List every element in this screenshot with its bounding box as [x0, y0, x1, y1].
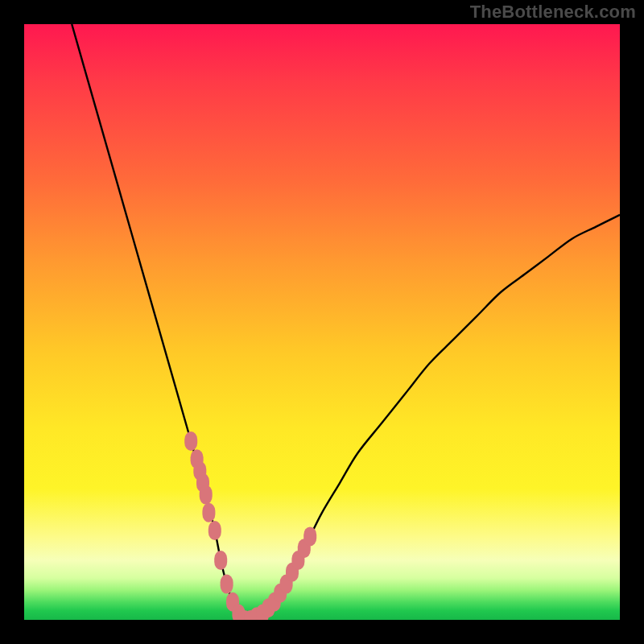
- marker-point: [214, 551, 227, 570]
- bottleneck-curve: [72, 24, 620, 620]
- marker-point: [303, 526, 316, 546]
- chart-frame: TheBottleneck.com: [0, 0, 644, 644]
- marker-point: [208, 521, 221, 540]
- marker-point: [184, 431, 197, 451]
- plot-area: [24, 24, 620, 620]
- marker-point: [221, 575, 233, 594]
- marker-point: [200, 485, 213, 505]
- bottleneck-chart: [24, 24, 620, 620]
- marker-group: [184, 431, 316, 620]
- watermark-text: TheBottleneck.com: [470, 2, 636, 23]
- marker-point: [202, 503, 215, 522]
